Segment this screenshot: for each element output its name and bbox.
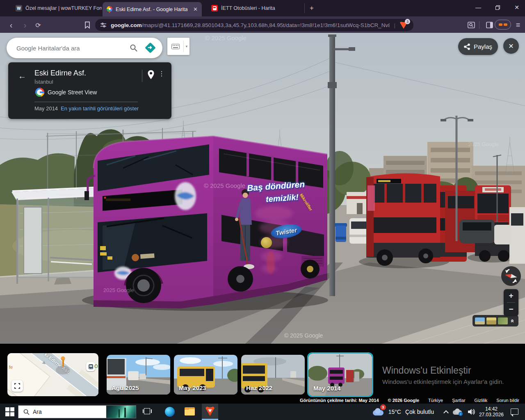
- tab-iett[interactable]: İETT Otobüsleri - Harita: [207, 0, 289, 16]
- tab-separator: [304, 3, 305, 13]
- street-view-source: Google Street View: [48, 89, 97, 96]
- keyboard-button[interactable]: ▼: [167, 38, 189, 55]
- weather-badge: 3: [380, 404, 386, 410]
- thumb-label: Haz 2022: [246, 384, 272, 391]
- new-tab-button[interactable]: +: [307, 3, 317, 13]
- onedrive-icon[interactable]: i: [453, 409, 463, 415]
- map-cafe-label: fe: [9, 365, 13, 370]
- maps-pin-favicon: [107, 6, 112, 13]
- thumb-label: Ağu 2025: [112, 384, 139, 391]
- tab-title: Eski Edirne Asf. - Google Haritala: [116, 7, 187, 12]
- edge-icon[interactable]: [165, 407, 175, 417]
- share-button[interactable]: Paylaş: [458, 38, 498, 55]
- layer-thumb[interactable]: [498, 317, 508, 324]
- weather-widget[interactable]: 3 15°C Çok bulutlu: [372, 404, 434, 420]
- bookmark-icon[interactable]: [82, 20, 93, 30]
- maps-search-box[interactable]: Google Haritalar'da ara ➜: [7, 38, 162, 58]
- weather-temp: 15°C: [388, 409, 401, 415]
- shield-badge: 3: [405, 19, 410, 24]
- volume-icon[interactable]: [468, 409, 476, 415]
- see-recent-imagery-link[interactable]: En yakın tarihli görüntüleri göster: [61, 105, 139, 112]
- map-pin-icon[interactable]: [147, 70, 155, 82]
- brave-taskbar-button[interactable]: [202, 404, 218, 420]
- close-street-view-button[interactable]: ✕: [503, 38, 519, 54]
- tab-wowturkey[interactable]: W Özel mesajlar | wowTURKEY Forum: [11, 0, 102, 16]
- copyright-label: © 2026 Google: [388, 398, 420, 403]
- place-subtitle: İstanbul: [34, 79, 53, 85]
- thumb-label: May 2023: [179, 384, 206, 391]
- sidebar-toggle-icon[interactable]: [484, 20, 495, 30]
- timeline-thumb-haz2022[interactable]: Haz 2022: [241, 355, 305, 395]
- compass-control[interactable]: [501, 266, 521, 286]
- site-settings-icon[interactable]: [100, 22, 107, 28]
- tray-expand-icon[interactable]: [443, 410, 449, 415]
- brave-rewards-button[interactable]: [495, 20, 511, 30]
- capture-date-label: Görüntünün çekilme tarihi: May 2014: [300, 398, 379, 403]
- collapse-chevrons-icon[interactable]: «: [509, 319, 516, 322]
- taskbar-clock[interactable]: 14:42 27.03.2026: [479, 406, 504, 418]
- forward-button[interactable]: ›: [20, 20, 30, 30]
- search-highlight-image: [106, 405, 136, 418]
- window-minimize-button[interactable]: —: [470, 0, 486, 15]
- thumb-label: May 2014: [313, 385, 341, 392]
- layer-thumb[interactable]: [475, 317, 485, 324]
- action-center-icon[interactable]: [511, 409, 518, 415]
- brave-shield-icon[interactable]: 3: [399, 20, 409, 30]
- country-link[interactable]: Türkiye: [428, 398, 443, 403]
- tab-maps[interactable]: Eski Edirne Asf. - Google Haritala ✕: [103, 2, 202, 16]
- url-bar[interactable]: google.com/maps/@41.1171669,28.8501043,3…: [95, 19, 413, 31]
- search-icon: [23, 409, 30, 415]
- divider: [142, 70, 142, 82]
- report-problem-link[interactable]: Sorun bildir: [496, 398, 519, 403]
- windows-activation-subtitle: Windows'u etkinleştirmek için Ayarlar'a …: [382, 378, 504, 385]
- pegman-halo: [56, 365, 70, 374]
- file-explorer-icon[interactable]: [185, 407, 195, 416]
- search-icon[interactable]: [130, 44, 138, 52]
- window-restore-button[interactable]: [489, 0, 506, 15]
- zoom-in-button[interactable]: +: [504, 289, 518, 302]
- clock-time: 14:42: [479, 406, 504, 412]
- back-button[interactable]: ‹: [6, 20, 16, 30]
- keyboard-icon: [167, 44, 183, 49]
- task-view-button[interactable]: [143, 408, 152, 416]
- iett-favicon: [211, 5, 218, 11]
- timeline-thumb-may2023[interactable]: May 2023: [174, 355, 237, 395]
- taskbar-search-box[interactable]: Ara: [18, 405, 136, 418]
- url-domain: google.com: [111, 22, 142, 28]
- bus-ad-badge: [261, 237, 272, 248]
- attribution-bar: Görüntünün çekilme tarihi: May 2014 © 20…: [300, 398, 519, 403]
- menu-button[interactable]: ≡: [513, 20, 523, 30]
- bus-stop-icon[interactable]: [86, 362, 95, 371]
- back-arrow-icon[interactable]: ←: [18, 71, 26, 81]
- tab-title: Özel mesajlar | wowTURKEY Forum: [25, 5, 102, 11]
- layer-thumb[interactable]: [486, 317, 496, 324]
- timeline-thumb-may2014-selected[interactable]: May 2014: [307, 352, 373, 397]
- more-options-icon[interactable]: ⋮: [158, 70, 165, 78]
- pegman-pin[interactable]: [61, 356, 64, 366]
- imagery-layers-strip[interactable]: «: [472, 315, 518, 326]
- terms-link[interactable]: Şartlar: [452, 398, 465, 403]
- privacy-link[interactable]: Gizlilik: [475, 398, 488, 403]
- chevron-down-icon: ▼: [184, 45, 189, 48]
- url-divider: |: [394, 22, 395, 28]
- screen: W Özel mesajlar | wowTURKEY Forum Eski E…: [0, 0, 525, 420]
- directions-icon[interactable]: ➜: [145, 43, 156, 53]
- zoom-out-button[interactable]: −: [504, 303, 518, 316]
- search-tabs-icon[interactable]: [466, 20, 477, 30]
- tab-close-icon[interactable]: ✕: [193, 6, 198, 12]
- reload-button[interactable]: ⟳: [33, 20, 43, 30]
- start-button[interactable]: [5, 407, 15, 417]
- expand-map-button[interactable]: [11, 380, 23, 392]
- brave-icon: [205, 406, 215, 416]
- url-path: /maps/@41.1171669,28.8501043,3a,45.7y,10…: [142, 22, 390, 28]
- window-close-button[interactable]: ✕: [509, 0, 525, 15]
- system-tray: i: [444, 404, 476, 420]
- clock-date: 27.03.2026: [479, 412, 504, 418]
- taskbar-search-placeholder: Ara: [33, 409, 106, 415]
- weather-cloud-icon: 3: [372, 407, 384, 417]
- share-label: Paylaş: [474, 43, 492, 50]
- mini-map[interactable]: ki Edirne Asf. ➤ fe Ö: [7, 353, 98, 396]
- capture-date: May 2014: [34, 105, 58, 112]
- timeline-thumb-agu2025[interactable]: Ağu 2025: [107, 355, 170, 395]
- maps-search-input[interactable]: Google Haritalar'da ara: [7, 45, 130, 52]
